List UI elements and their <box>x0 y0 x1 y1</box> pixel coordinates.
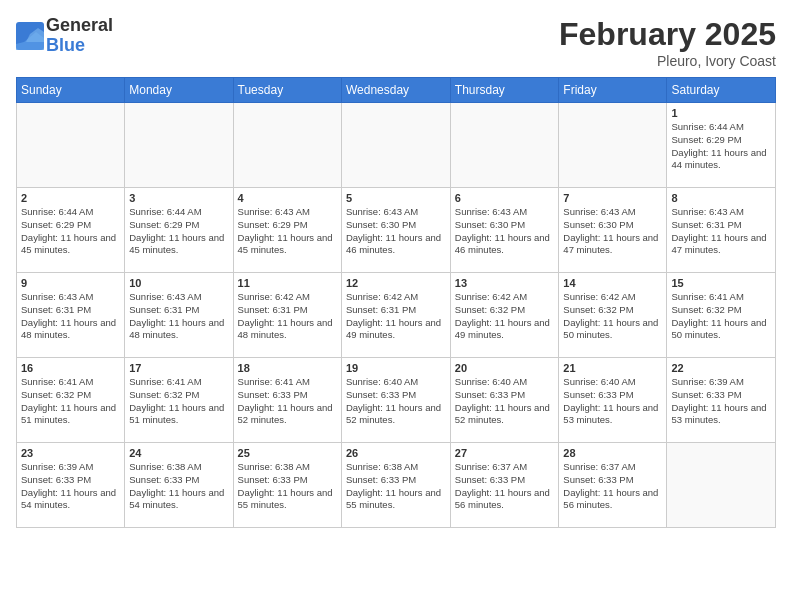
calendar-cell: 20Sunrise: 6:40 AM Sunset: 6:33 PM Dayli… <box>450 358 559 443</box>
calendar-cell: 12Sunrise: 6:42 AM Sunset: 6:31 PM Dayli… <box>341 273 450 358</box>
day-info: Sunrise: 6:40 AM Sunset: 6:33 PM Dayligh… <box>563 376 662 427</box>
day-info: Sunrise: 6:42 AM Sunset: 6:32 PM Dayligh… <box>563 291 662 342</box>
day-number: 18 <box>238 362 337 374</box>
page-header: General Blue February 2025 Pleuro, Ivory… <box>16 16 776 69</box>
calendar-cell <box>341 103 450 188</box>
day-number: 19 <box>346 362 446 374</box>
day-number: 13 <box>455 277 555 289</box>
calendar-cell: 18Sunrise: 6:41 AM Sunset: 6:33 PM Dayli… <box>233 358 341 443</box>
day-info: Sunrise: 6:38 AM Sunset: 6:33 PM Dayligh… <box>346 461 446 512</box>
calendar-cell <box>559 103 667 188</box>
day-info: Sunrise: 6:43 AM Sunset: 6:31 PM Dayligh… <box>21 291 120 342</box>
title-block: February 2025 Pleuro, Ivory Coast <box>559 16 776 69</box>
calendar-cell <box>233 103 341 188</box>
day-info: Sunrise: 6:39 AM Sunset: 6:33 PM Dayligh… <box>21 461 120 512</box>
weekday-header-friday: Friday <box>559 78 667 103</box>
day-info: Sunrise: 6:44 AM Sunset: 6:29 PM Dayligh… <box>129 206 228 257</box>
day-number: 5 <box>346 192 446 204</box>
calendar-cell: 10Sunrise: 6:43 AM Sunset: 6:31 PM Dayli… <box>125 273 233 358</box>
day-number: 16 <box>21 362 120 374</box>
day-number: 12 <box>346 277 446 289</box>
calendar-cell <box>125 103 233 188</box>
day-number: 25 <box>238 447 337 459</box>
day-info: Sunrise: 6:38 AM Sunset: 6:33 PM Dayligh… <box>129 461 228 512</box>
calendar-cell: 27Sunrise: 6:37 AM Sunset: 6:33 PM Dayli… <box>450 443 559 528</box>
week-row-4: 16Sunrise: 6:41 AM Sunset: 6:32 PM Dayli… <box>17 358 776 443</box>
calendar-cell: 28Sunrise: 6:37 AM Sunset: 6:33 PM Dayli… <box>559 443 667 528</box>
month-title: February 2025 <box>559 16 776 53</box>
day-info: Sunrise: 6:42 AM Sunset: 6:31 PM Dayligh… <box>346 291 446 342</box>
location-title: Pleuro, Ivory Coast <box>559 53 776 69</box>
calendar-cell: 4Sunrise: 6:43 AM Sunset: 6:29 PM Daylig… <box>233 188 341 273</box>
weekday-header-thursday: Thursday <box>450 78 559 103</box>
day-number: 1 <box>671 107 771 119</box>
day-info: Sunrise: 6:40 AM Sunset: 6:33 PM Dayligh… <box>455 376 555 427</box>
day-number: 21 <box>563 362 662 374</box>
calendar-cell: 25Sunrise: 6:38 AM Sunset: 6:33 PM Dayli… <box>233 443 341 528</box>
day-number: 15 <box>671 277 771 289</box>
day-info: Sunrise: 6:38 AM Sunset: 6:33 PM Dayligh… <box>238 461 337 512</box>
weekday-header-saturday: Saturday <box>667 78 776 103</box>
day-info: Sunrise: 6:42 AM Sunset: 6:32 PM Dayligh… <box>455 291 555 342</box>
day-info: Sunrise: 6:40 AM Sunset: 6:33 PM Dayligh… <box>346 376 446 427</box>
calendar-cell <box>450 103 559 188</box>
calendar-cell: 1Sunrise: 6:44 AM Sunset: 6:29 PM Daylig… <box>667 103 776 188</box>
day-number: 24 <box>129 447 228 459</box>
day-number: 11 <box>238 277 337 289</box>
day-number: 6 <box>455 192 555 204</box>
logo-blue-text: Blue <box>46 36 113 56</box>
day-info: Sunrise: 6:39 AM Sunset: 6:33 PM Dayligh… <box>671 376 771 427</box>
calendar-cell: 7Sunrise: 6:43 AM Sunset: 6:30 PM Daylig… <box>559 188 667 273</box>
day-info: Sunrise: 6:43 AM Sunset: 6:30 PM Dayligh… <box>455 206 555 257</box>
day-number: 27 <box>455 447 555 459</box>
day-info: Sunrise: 6:41 AM Sunset: 6:32 PM Dayligh… <box>671 291 771 342</box>
calendar-cell: 17Sunrise: 6:41 AM Sunset: 6:32 PM Dayli… <box>125 358 233 443</box>
calendar-cell: 14Sunrise: 6:42 AM Sunset: 6:32 PM Dayli… <box>559 273 667 358</box>
day-number: 9 <box>21 277 120 289</box>
logo-text: General Blue <box>46 16 113 56</box>
calendar-cell: 13Sunrise: 6:42 AM Sunset: 6:32 PM Dayli… <box>450 273 559 358</box>
week-row-3: 9Sunrise: 6:43 AM Sunset: 6:31 PM Daylig… <box>17 273 776 358</box>
calendar-table: SundayMondayTuesdayWednesdayThursdayFrid… <box>16 77 776 528</box>
day-number: 3 <box>129 192 228 204</box>
calendar-cell: 26Sunrise: 6:38 AM Sunset: 6:33 PM Dayli… <box>341 443 450 528</box>
day-number: 26 <box>346 447 446 459</box>
day-info: Sunrise: 6:43 AM Sunset: 6:31 PM Dayligh… <box>129 291 228 342</box>
day-number: 8 <box>671 192 771 204</box>
calendar-cell: 9Sunrise: 6:43 AM Sunset: 6:31 PM Daylig… <box>17 273 125 358</box>
day-number: 4 <box>238 192 337 204</box>
calendar-cell: 11Sunrise: 6:42 AM Sunset: 6:31 PM Dayli… <box>233 273 341 358</box>
day-info: Sunrise: 6:41 AM Sunset: 6:33 PM Dayligh… <box>238 376 337 427</box>
day-number: 28 <box>563 447 662 459</box>
day-info: Sunrise: 6:44 AM Sunset: 6:29 PM Dayligh… <box>671 121 771 172</box>
calendar-cell <box>17 103 125 188</box>
calendar-cell: 8Sunrise: 6:43 AM Sunset: 6:31 PM Daylig… <box>667 188 776 273</box>
calendar-cell: 16Sunrise: 6:41 AM Sunset: 6:32 PM Dayli… <box>17 358 125 443</box>
week-row-5: 23Sunrise: 6:39 AM Sunset: 6:33 PM Dayli… <box>17 443 776 528</box>
calendar-cell: 24Sunrise: 6:38 AM Sunset: 6:33 PM Dayli… <box>125 443 233 528</box>
week-row-1: 1Sunrise: 6:44 AM Sunset: 6:29 PM Daylig… <box>17 103 776 188</box>
weekday-header-tuesday: Tuesday <box>233 78 341 103</box>
calendar-cell: 22Sunrise: 6:39 AM Sunset: 6:33 PM Dayli… <box>667 358 776 443</box>
day-info: Sunrise: 6:43 AM Sunset: 6:31 PM Dayligh… <box>671 206 771 257</box>
weekday-header-sunday: Sunday <box>17 78 125 103</box>
weekday-header-wednesday: Wednesday <box>341 78 450 103</box>
day-number: 2 <box>21 192 120 204</box>
day-info: Sunrise: 6:37 AM Sunset: 6:33 PM Dayligh… <box>563 461 662 512</box>
day-number: 10 <box>129 277 228 289</box>
day-info: Sunrise: 6:43 AM Sunset: 6:30 PM Dayligh… <box>563 206 662 257</box>
weekday-header-monday: Monday <box>125 78 233 103</box>
day-number: 23 <box>21 447 120 459</box>
calendar-cell: 2Sunrise: 6:44 AM Sunset: 6:29 PM Daylig… <box>17 188 125 273</box>
calendar-cell: 5Sunrise: 6:43 AM Sunset: 6:30 PM Daylig… <box>341 188 450 273</box>
day-info: Sunrise: 6:41 AM Sunset: 6:32 PM Dayligh… <box>129 376 228 427</box>
logo-icon <box>16 22 44 50</box>
day-info: Sunrise: 6:37 AM Sunset: 6:33 PM Dayligh… <box>455 461 555 512</box>
day-number: 14 <box>563 277 662 289</box>
weekday-header-row: SundayMondayTuesdayWednesdayThursdayFrid… <box>17 78 776 103</box>
logo: General Blue <box>16 16 113 56</box>
day-info: Sunrise: 6:42 AM Sunset: 6:31 PM Dayligh… <box>238 291 337 342</box>
day-info: Sunrise: 6:44 AM Sunset: 6:29 PM Dayligh… <box>21 206 120 257</box>
week-row-2: 2Sunrise: 6:44 AM Sunset: 6:29 PM Daylig… <box>17 188 776 273</box>
day-number: 22 <box>671 362 771 374</box>
